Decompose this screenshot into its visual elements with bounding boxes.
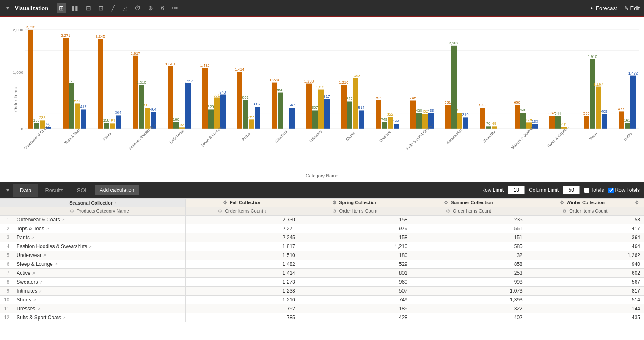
toolbar-right: ✦ Forecast ✎ Edit xyxy=(589,5,640,11)
bar-group-suits[interactable]: 785 428 402 435 Suits & Sport Coats... xyxy=(405,96,434,151)
svg-rect-56 xyxy=(208,109,214,129)
table-icon[interactable]: ⊞ xyxy=(57,3,66,13)
bar-group-pants-capris[interactable]: 362 344 47 Pants & Capris ... xyxy=(547,111,570,148)
spring-gear-icon[interactable]: ⚙ xyxy=(332,200,336,205)
row-limit-input[interactable] xyxy=(508,186,525,194)
winter-gear-icon[interactable]: ⚙ xyxy=(560,200,564,205)
bar-group-maternity[interactable]: 578 70 65 Maternity xyxy=(479,103,497,143)
svg-rect-93 xyxy=(353,78,358,129)
svg-rect-69 xyxy=(255,107,260,129)
svg-text:1,414: 1,414 xyxy=(235,67,244,72)
category-name: Suits & Sport Coats ↗ xyxy=(13,313,186,322)
summer-col-gear-icon[interactable]: ⚙ xyxy=(446,208,450,213)
row-number: 4 xyxy=(0,242,13,251)
svg-rect-148 xyxy=(584,116,589,129)
row-number: 11 xyxy=(0,304,13,313)
breadcrumb-chevron: › xyxy=(115,200,117,205)
winter-col-gear-icon[interactable]: ⚙ xyxy=(562,208,567,213)
bar-group-sweaters[interactable]: 1,273 998 567 Sweaters xyxy=(270,78,295,144)
dropdown-arrow-icon[interactable]: ▾ xyxy=(4,3,11,13)
line-icon[interactable]: ╱ xyxy=(109,3,117,13)
svg-text:1,238: 1,238 xyxy=(304,79,314,83)
bar-group-hoodies[interactable]: 1,817 1,210 585 464 Fashion Hoodies & ..… xyxy=(128,51,157,151)
summer-value: 858 xyxy=(411,260,526,269)
totals-checkbox-label[interactable]: Totals xyxy=(584,187,604,193)
category-name: Shorts ↗ xyxy=(13,296,186,304)
row-totals-checkbox[interactable] xyxy=(608,188,614,193)
six-icon[interactable]: 6 xyxy=(159,3,166,13)
svg-rect-132 xyxy=(515,105,520,129)
svg-text:322: 322 xyxy=(387,112,394,116)
bar-group-blazers[interactable]: 650 440 179 133 Blazers & Jackets ... xyxy=(510,100,538,150)
spring-group-header: ⚙ Spring Collection xyxy=(299,199,411,207)
fall-sort-icon[interactable]: ↓ xyxy=(264,209,267,213)
row-number: 3 xyxy=(0,233,13,242)
summer-value: 235 xyxy=(411,216,526,224)
product-gear-icon[interactable]: ⚙ xyxy=(70,208,74,213)
data-dropdown-icon[interactable]: ▾ xyxy=(4,185,11,195)
fall-col-gear-icon[interactable]: ⚙ xyxy=(218,208,222,213)
summer-gear-icon[interactable]: ⚙ xyxy=(444,200,448,205)
bar-group-intimates[interactable]: 1,238 507 1,073 817 Intimates xyxy=(304,79,330,144)
svg-text:310: 310 xyxy=(462,113,469,117)
svg-rect-125 xyxy=(480,108,485,129)
svg-text:Sweaters: Sweaters xyxy=(274,129,288,144)
bar-group-dresses[interactable]: 792 749 322 144 Dresses xyxy=(375,96,399,143)
svg-rect-72 xyxy=(272,83,277,129)
bar-chart-icon[interactable]: ▮▮ xyxy=(69,3,80,13)
svg-text:567: 567 xyxy=(289,103,295,107)
tab-data[interactable]: Data xyxy=(13,184,38,197)
table-row: 3 Pants ↗ 2,245 158 151 364 xyxy=(0,233,644,242)
more-icon[interactable]: ••• xyxy=(170,3,180,13)
tab-results[interactable]: Results xyxy=(38,184,70,197)
edit-button[interactable]: ✎ Edit xyxy=(624,5,640,11)
pivot-icon[interactable]: ⊟ xyxy=(84,3,93,13)
svg-text:2,271: 2,271 xyxy=(61,33,70,38)
svg-rect-141 xyxy=(549,116,555,129)
svg-text:Pants: Pants xyxy=(102,131,112,141)
svg-rect-134 xyxy=(520,113,526,129)
spring-col-header: ⚙ Order Items Count xyxy=(299,207,411,216)
bar-group-underwear[interactable]: 1,510 180 32 1,262 Underwear xyxy=(165,62,193,144)
bar-group-socks[interactable]: 477 163 1,472 Socks xyxy=(618,71,638,142)
bar-group-outerwear[interactable]: 2,730 158 235 53 Outerwear & Coats... xyxy=(23,25,51,150)
fall-gear-icon[interactable]: ⚙ xyxy=(223,200,227,205)
svg-text:529: 529 xyxy=(208,105,214,109)
bar-group-pants[interactable]: 2,245 158 151 364 Pants xyxy=(96,34,121,141)
spring-value: 529 xyxy=(299,260,411,269)
toolbar-title: Visualization xyxy=(15,5,48,11)
map-icon[interactable]: ⊕ xyxy=(146,3,155,13)
svg-text:158: 158 xyxy=(33,118,40,122)
fall-value: 1,210 xyxy=(186,296,299,304)
bar-group-sleep[interactable]: 1,482 529 801 940 Sleep & Lounge xyxy=(200,64,226,148)
spring-col-gear-icon[interactable]: ⚙ xyxy=(332,208,336,213)
bar-group-active[interactable]: 1,414 801 253 602 Active xyxy=(235,67,261,142)
area-icon[interactable]: ◿ xyxy=(120,3,129,13)
svg-rect-109 xyxy=(416,113,422,129)
svg-text:1,073: 1,073 xyxy=(316,85,325,89)
category-name: Sweaters ↗ xyxy=(13,278,186,287)
svg-text:998: 998 xyxy=(277,88,283,92)
col-limit-label: Column Limit xyxy=(529,187,559,193)
svg-text:801: 801 xyxy=(214,93,220,97)
svg-rect-74 xyxy=(278,93,283,129)
bar-group-shorts[interactable]: 1,210 817 1,393 514 Shorts xyxy=(339,74,365,142)
clock-icon[interactable]: ⏱ xyxy=(132,3,143,13)
scatter-icon[interactable]: ⊡ xyxy=(96,3,106,13)
bar-group-tops[interactable]: 2,271 979 551 417 Tops & Tees xyxy=(61,33,87,145)
svg-text:Dresses: Dresses xyxy=(379,130,392,143)
winter-settings-icon[interactable]: ⚙ xyxy=(635,200,639,205)
row-totals-checkbox-label[interactable]: Row Totals xyxy=(608,187,640,193)
forecast-button[interactable]: ✦ Forecast xyxy=(589,5,617,11)
col-limit-input[interactable] xyxy=(563,186,580,194)
bar-group-swim[interactable]: 353 1,910 1,167 409 Swim xyxy=(583,55,608,141)
fall-group-header: ⚙ Fall Collection xyxy=(186,199,299,207)
tab-sql[interactable]: SQL xyxy=(70,184,95,197)
totals-checkbox[interactable] xyxy=(584,188,589,193)
svg-text:158: 158 xyxy=(103,118,110,122)
summer-value: 253 xyxy=(411,269,526,278)
svg-text:47: 47 xyxy=(561,122,566,127)
svg-text:578: 578 xyxy=(479,103,486,107)
svg-rect-20 xyxy=(69,83,74,129)
add-calculation-button[interactable]: Add calculation xyxy=(95,185,139,195)
